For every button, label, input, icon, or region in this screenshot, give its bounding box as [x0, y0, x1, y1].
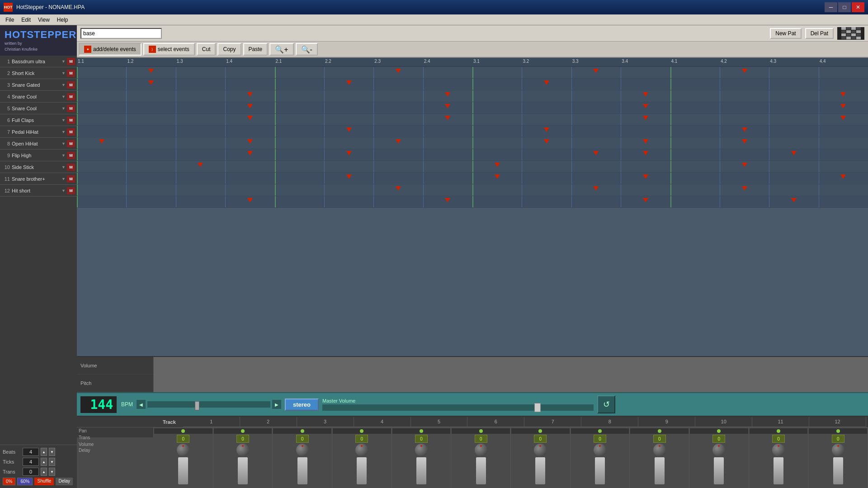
- beats-spinner-down[interactable]: ▼: [49, 448, 55, 456]
- fader-2[interactable]: [238, 457, 248, 484]
- note-8-3[interactable]: [247, 151, 253, 155]
- track-dropdown-10[interactable]: ▼: [61, 165, 66, 169]
- fader-7[interactable]: [535, 457, 545, 484]
- copy-button[interactable]: Copy: [217, 43, 241, 56]
- volume-knob-12[interactable]: [832, 444, 844, 456]
- menu-help[interactable]: Help: [53, 16, 72, 24]
- trans-val-9[interactable]: 0: [653, 435, 666, 443]
- fader-6[interactable]: [476, 457, 486, 484]
- pan-11[interactable]: [750, 428, 808, 434]
- note-10-15[interactable]: [840, 174, 846, 179]
- track-item-11[interactable]: 11 Snare brother+ ▼ M: [0, 173, 77, 185]
- volume-knob-4[interactable]: [355, 444, 368, 456]
- note-8-11[interactable]: [643, 151, 648, 155]
- fader-4[interactable]: [357, 457, 367, 484]
- volume-knob-6[interactable]: [475, 444, 487, 456]
- note-5-15[interactable]: [840, 116, 846, 120]
- volume-knob-11[interactable]: [772, 444, 785, 456]
- pan-3[interactable]: [273, 428, 331, 434]
- fader-1[interactable]: [178, 457, 188, 484]
- cut-button[interactable]: Cut: [197, 43, 216, 56]
- add-delete-button[interactable]: ✦ add/delete events: [79, 43, 142, 56]
- track-mute-1[interactable]: M: [67, 58, 75, 65]
- ticks-spinner-up[interactable]: ▲: [41, 458, 47, 466]
- master-volume-slider[interactable]: [322, 404, 594, 411]
- trans-val-7[interactable]: 0: [534, 435, 547, 443]
- track-mute-11[interactable]: M: [67, 175, 75, 183]
- pan-1[interactable]: [154, 428, 212, 434]
- ticks-input[interactable]: [23, 458, 39, 466]
- track-dropdown-1[interactable]: ▼: [61, 59, 66, 64]
- track-item-9[interactable]: 9 Flip High ▼ M: [0, 150, 77, 161]
- note-12-3[interactable]: [247, 198, 253, 202]
- note-7-0[interactable]: [99, 139, 104, 144]
- grid-row-3[interactable]: [77, 90, 868, 102]
- grid-row-2[interactable]: [77, 79, 868, 90]
- note-5-11[interactable]: [643, 116, 648, 120]
- track-mute-5[interactable]: M: [67, 105, 75, 112]
- fader-12[interactable]: [833, 457, 843, 484]
- volume-knob-10[interactable]: [712, 444, 725, 456]
- volume-knob-2[interactable]: [236, 444, 249, 456]
- fader-3[interactable]: [297, 457, 307, 484]
- track-mute-12[interactable]: M: [67, 187, 75, 194]
- track-dropdown-4[interactable]: ▼: [61, 94, 66, 99]
- bpm-slider[interactable]: [147, 401, 270, 408]
- note-1-10[interactable]: [593, 69, 599, 73]
- track-item-4[interactable]: 4 Snare Cool ▼ M: [0, 91, 77, 103]
- note-10-11[interactable]: [643, 174, 648, 179]
- track-dropdown-12[interactable]: ▼: [61, 188, 66, 193]
- track-dropdown-11[interactable]: ▼: [61, 177, 66, 181]
- note-12-14[interactable]: [791, 198, 797, 202]
- volume-knob-8[interactable]: [594, 444, 606, 456]
- trans-val-8[interactable]: 0: [594, 435, 606, 443]
- trans-spinner-up[interactable]: ▲: [41, 468, 47, 476]
- new-pattern-button[interactable]: New Pat: [770, 28, 801, 39]
- bpm-right-arrow[interactable]: ▶: [272, 400, 281, 409]
- note-6-5[interactable]: [346, 127, 352, 132]
- loop-button[interactable]: ↺: [597, 395, 615, 413]
- beats-input[interactable]: [23, 448, 39, 456]
- trans-input[interactable]: [23, 468, 39, 476]
- fader-8[interactable]: [595, 457, 605, 484]
- trans-val-11[interactable]: 0: [772, 435, 785, 443]
- delete-pattern-button[interactable]: Del Pat: [805, 28, 834, 39]
- grid-row-11[interactable]: [77, 184, 868, 196]
- grid-row-5[interactable]: [77, 114, 868, 126]
- pan-6[interactable]: [452, 428, 510, 434]
- fader-11[interactable]: [774, 457, 783, 484]
- track-mute-7[interactable]: M: [67, 128, 75, 136]
- pan-8[interactable]: [571, 428, 629, 434]
- note-9-13[interactable]: [742, 163, 747, 167]
- pan-2[interactable]: [214, 428, 272, 434]
- trans-val-12[interactable]: 0: [832, 435, 844, 443]
- trans-val-5[interactable]: 0: [415, 435, 428, 443]
- shuffle-btn[interactable]: Shuffle: [34, 478, 54, 485]
- menu-file[interactable]: File: [2, 16, 18, 24]
- note-4-3[interactable]: [247, 104, 253, 108]
- track-mute-3[interactable]: M: [67, 81, 75, 89]
- note-1-13[interactable]: [742, 69, 747, 73]
- grid-row-1[interactable]: [77, 67, 868, 79]
- note-4-7[interactable]: [445, 104, 450, 108]
- menu-edit[interactable]: Edit: [18, 16, 34, 24]
- note-7-9[interactable]: [544, 139, 549, 144]
- pan-7[interactable]: [511, 428, 570, 434]
- zoom-out-button[interactable]: 🔍-: [296, 43, 318, 56]
- note-11-6[interactable]: [396, 186, 401, 191]
- note-11-10[interactable]: [593, 186, 599, 191]
- track-mute-6[interactable]: M: [67, 117, 75, 124]
- pan-4[interactable]: [333, 428, 391, 434]
- note-12-11[interactable]: [643, 198, 648, 202]
- track-dropdown-3[interactable]: ▼: [61, 83, 66, 87]
- paste-button[interactable]: Paste: [243, 43, 268, 56]
- note-2-1[interactable]: [148, 80, 154, 85]
- track-dropdown-8[interactable]: ▼: [61, 141, 66, 146]
- note-3-3[interactable]: [247, 92, 253, 97]
- note-8-5[interactable]: [346, 151, 352, 155]
- menu-view[interactable]: View: [34, 16, 53, 24]
- note-5-7[interactable]: [445, 116, 450, 120]
- grid-row-6[interactable]: [77, 126, 868, 137]
- zoom-in-button[interactable]: 🔍+: [269, 43, 293, 56]
- grid-row-10[interactable]: [77, 173, 868, 184]
